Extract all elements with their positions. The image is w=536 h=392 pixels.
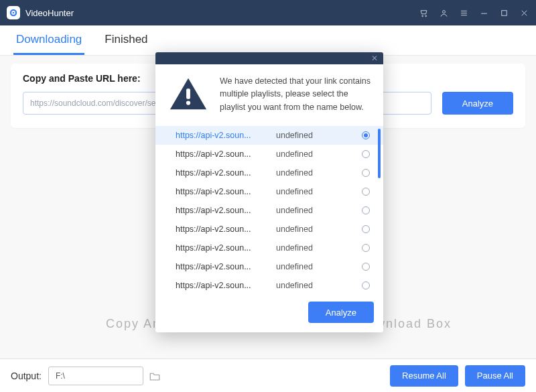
titlebar: VideoHunter bbox=[0, 0, 536, 25]
resume-all-button[interactable]: Resume All bbox=[390, 365, 458, 387]
footer: Output: Resume All Pause All bbox=[0, 358, 536, 392]
playlist-item-name: undefined bbox=[269, 262, 362, 271]
tabs: Downloading Finished bbox=[0, 25, 536, 56]
svg-rect-13 bbox=[186, 88, 190, 99]
playlist-item-name: undefined bbox=[269, 224, 362, 234]
playlist-list: https://api-v2.soun...undefinedhttps://a… bbox=[155, 126, 383, 295]
radio-icon[interactable] bbox=[362, 281, 370, 289]
svg-point-2 bbox=[13, 12, 15, 14]
minimize-icon[interactable] bbox=[478, 7, 489, 18]
svg-point-5 bbox=[442, 10, 445, 13]
tab-finished[interactable]: Finished bbox=[102, 26, 150, 55]
radio-icon[interactable] bbox=[362, 188, 370, 196]
playlist-item-url: https://api-v2.soun... bbox=[176, 187, 269, 196]
browse-folder-icon[interactable] bbox=[149, 371, 161, 381]
playlist-item-url: https://api-v2.soun... bbox=[176, 262, 269, 271]
playlist-item[interactable]: https://api-v2.soun...undefined bbox=[155, 201, 383, 220]
playlist-item-url: https://api-v2.soun... bbox=[176, 131, 269, 140]
playlist-modal: ✕ We have detected that your link contai… bbox=[155, 52, 383, 332]
playlist-item-url: https://api-v2.soun... bbox=[176, 224, 269, 234]
radio-icon[interactable] bbox=[362, 150, 370, 158]
playlist-item[interactable]: https://api-v2.soun...undefined bbox=[155, 126, 383, 145]
svg-point-4 bbox=[425, 15, 426, 17]
playlist-item-url: https://api-v2.soun... bbox=[176, 168, 269, 178]
modal-close-icon[interactable]: ✕ bbox=[371, 54, 378, 62]
radio-icon[interactable] bbox=[362, 206, 370, 214]
scrollbar-thumb[interactable] bbox=[378, 129, 381, 178]
cart-icon[interactable] bbox=[418, 7, 429, 18]
modal-analyze-button[interactable]: Analyze bbox=[308, 302, 374, 323]
radio-icon[interactable] bbox=[362, 244, 370, 252]
playlist-item-name: undefined bbox=[269, 281, 362, 290]
playlist-item-url: https://api-v2.soun... bbox=[176, 149, 269, 159]
svg-point-14 bbox=[186, 101, 190, 105]
radio-icon[interactable] bbox=[362, 131, 370, 139]
output-label: Output: bbox=[11, 371, 42, 381]
playlist-item[interactable]: https://api-v2.soun...undefined bbox=[155, 257, 383, 276]
tab-downloading[interactable]: Downloading bbox=[13, 26, 84, 55]
playlist-item-name: undefined bbox=[269, 131, 362, 140]
svg-rect-10 bbox=[501, 10, 507, 15]
radio-icon[interactable] bbox=[362, 225, 370, 233]
playlist-item[interactable]: https://api-v2.soun...undefined bbox=[155, 145, 383, 164]
playlist-item-url: https://api-v2.soun... bbox=[176, 281, 269, 290]
output-path-input[interactable] bbox=[48, 367, 143, 385]
modal-message: We have detected that your link contains… bbox=[220, 74, 371, 114]
playlist-item-name: undefined bbox=[269, 149, 362, 159]
maximize-icon[interactable] bbox=[498, 7, 509, 18]
playlist-item-name: undefined bbox=[269, 168, 362, 178]
pause-all-button[interactable]: Pause All bbox=[465, 365, 525, 387]
warning-icon bbox=[168, 74, 209, 114]
playlist-item[interactable]: https://api-v2.soun...undefined bbox=[155, 276, 383, 295]
playlist-item[interactable]: https://api-v2.soun...undefined bbox=[155, 220, 383, 239]
playlist-item-url: https://api-v2.soun... bbox=[176, 243, 269, 253]
app-title: VideoHunter bbox=[25, 8, 418, 18]
playlist-item[interactable]: https://api-v2.soun...undefined bbox=[155, 239, 383, 257]
playlist-item-name: undefined bbox=[269, 187, 362, 196]
analyze-button[interactable]: Analyze bbox=[442, 92, 513, 115]
playlist-item[interactable]: https://api-v2.soun...undefined bbox=[155, 164, 383, 182]
playlist-item-url: https://api-v2.soun... bbox=[176, 206, 269, 215]
radio-icon[interactable] bbox=[362, 263, 370, 271]
playlist-item-name: undefined bbox=[269, 206, 362, 215]
close-icon[interactable] bbox=[519, 7, 529, 18]
radio-icon[interactable] bbox=[362, 169, 370, 177]
playlist-item-name: undefined bbox=[269, 243, 362, 253]
app-logo bbox=[7, 6, 20, 19]
user-icon[interactable] bbox=[438, 7, 449, 18]
menu-icon[interactable] bbox=[458, 7, 469, 18]
svg-point-3 bbox=[421, 15, 423, 17]
modal-header: ✕ bbox=[155, 52, 383, 64]
playlist-item[interactable]: https://api-v2.soun...undefined bbox=[155, 182, 383, 201]
